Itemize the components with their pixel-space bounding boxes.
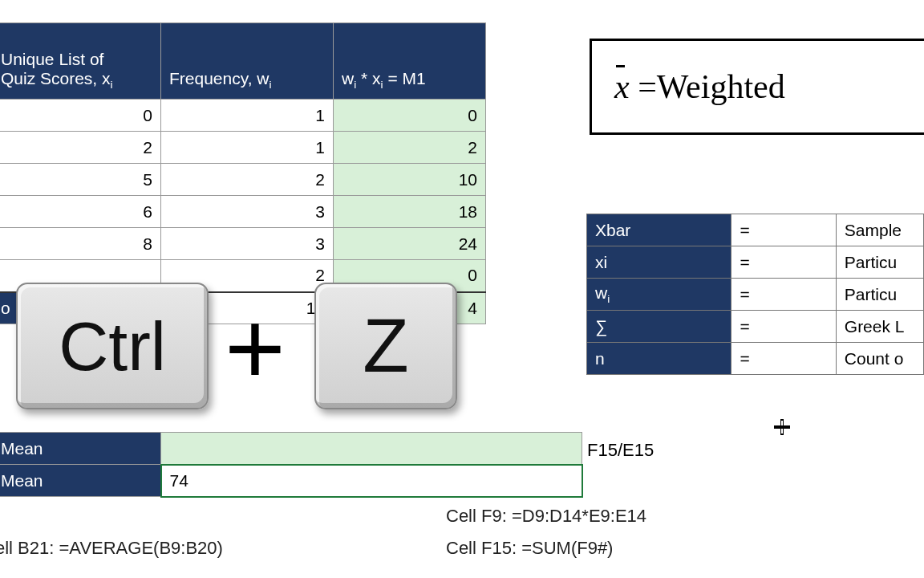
mean-label-1[interactable]: Mean — [0, 433, 161, 465]
formula-f9: Cell F9: =D9:D14*E9:E14 — [446, 506, 646, 527]
legend-desc[interactable]: Particu — [836, 246, 923, 279]
mean-value-2[interactable]: 74 — [161, 465, 582, 497]
header-frequency[interactable]: Frequency, wi — [161, 23, 334, 100]
mean-value-1[interactable] — [161, 433, 582, 465]
legend-sym[interactable]: xi — [587, 246, 732, 279]
cell-m[interactable]: 18 — [334, 196, 486, 228]
cell-w[interactable]: 2 — [161, 164, 334, 196]
cell-x[interactable]: 8 — [0, 228, 161, 260]
formula-f15: Cell F15: =SUM(F9#) — [446, 538, 613, 559]
cell-x[interactable]: 2 — [0, 132, 161, 164]
weighted-mean-formula: x = Weighted — [590, 39, 924, 135]
cell-w[interactable]: 1 — [161, 132, 334, 164]
legend-eq[interactable]: = — [732, 214, 836, 246]
plus-icon: + — [225, 287, 286, 408]
header-product[interactable]: wi * xi = M1 — [334, 23, 486, 100]
legend-sym[interactable]: ∑ — [587, 311, 732, 343]
cell-x[interactable]: 0 — [0, 100, 161, 132]
cell-x[interactable]: 5 — [0, 164, 161, 196]
header-unique-list[interactable]: Unique List of Quiz Scores, xi — [0, 23, 161, 100]
legend-eq[interactable]: = — [732, 246, 836, 279]
cell-w[interactable]: 3 — [161, 228, 334, 260]
cell-w[interactable]: 3 — [161, 196, 334, 228]
mean-block[interactable]: Mean Mean 74 — [0, 432, 583, 498]
z-key-icon: Z — [314, 283, 457, 409]
cell-m[interactable]: 10 — [334, 164, 486, 196]
formula-b21: ell B21: =AVERAGE(B9:B20) — [0, 538, 223, 559]
cell-m[interactable]: 0 — [334, 100, 486, 132]
cell-m[interactable]: 2 — [334, 132, 486, 164]
cell-x[interactable]: 6 — [0, 196, 161, 228]
legend-desc[interactable]: Greek L — [836, 311, 923, 343]
legend-table[interactable]: Xbar=Sample xi=Particu wi=Particu ∑=Gree… — [586, 214, 924, 375]
legend-eq[interactable]: = — [732, 343, 836, 375]
mean-label-2[interactable]: Mean — [0, 465, 161, 497]
legend-sym[interactable]: n — [587, 343, 732, 375]
cell-w[interactable]: 1 — [161, 100, 334, 132]
cell-m[interactable]: 24 — [334, 228, 486, 260]
ctrl-key-icon: Ctrl — [16, 283, 209, 409]
legend-desc[interactable]: Count o — [836, 343, 923, 375]
legend-desc[interactable]: Particu — [836, 279, 923, 311]
legend-sym[interactable]: wi — [587, 279, 732, 311]
quiz-score-table[interactable]: Unique List of Quiz Scores, xi Frequency… — [0, 22, 486, 324]
cell-cursor-icon — [774, 419, 790, 435]
legend-sym[interactable]: Xbar — [587, 214, 732, 246]
formula-fragment: F15/E15 — [587, 440, 654, 461]
legend-eq[interactable]: = — [732, 311, 836, 343]
legend-eq[interactable]: = — [732, 279, 836, 311]
legend-desc[interactable]: Sample — [836, 214, 923, 246]
